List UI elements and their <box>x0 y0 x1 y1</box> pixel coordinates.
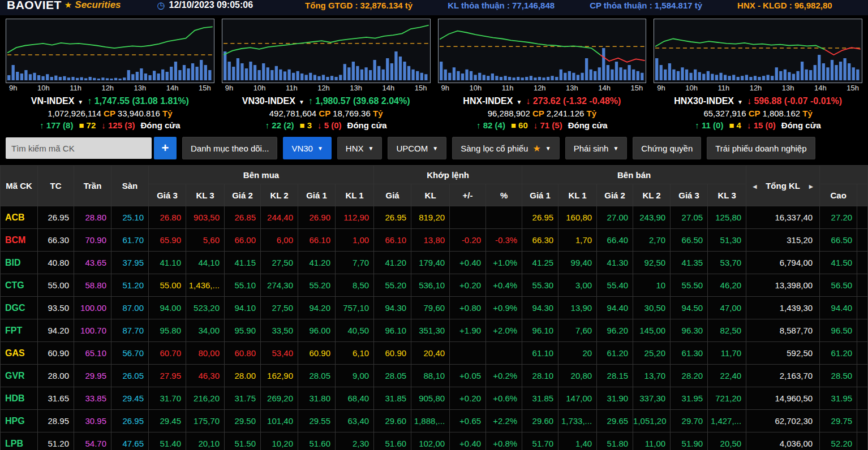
buy-price-3[interactable]: 65.90 <box>149 229 186 252</box>
buy-volume-3[interactable]: 34,00 <box>186 319 225 342</box>
sell-volume-2[interactable]: 11,00 <box>633 432 671 450</box>
buy-volume-1[interactable]: 2,30 <box>336 432 374 450</box>
sell-price-3[interactable]: 94.50 <box>671 297 708 319</box>
sell-volume-3[interactable]: 46,20 <box>708 274 746 297</box>
stock-code[interactable]: HDB <box>1 387 38 410</box>
toolbar-button-chung-quyen[interactable]: Chứng quyền <box>633 137 701 159</box>
tc-price[interactable]: 28.00 <box>38 365 74 387</box>
buy-price-3[interactable]: 31.70 <box>149 387 186 410</box>
stock-code[interactable]: BCM <box>1 229 38 252</box>
sell-price-2[interactable]: 66.40 <box>597 229 633 252</box>
match-percent[interactable]: -0.3% <box>486 229 522 252</box>
stock-code[interactable]: ACB <box>1 206 38 229</box>
tc-price[interactable]: 40.80 <box>38 252 74 274</box>
sell-volume-3[interactable]: 125,80 <box>708 206 746 229</box>
ceiling-price[interactable]: 54.70 <box>74 432 111 450</box>
sell-price-3[interactable]: 96.30 <box>671 319 708 342</box>
toolbar-button-danh-muc-theo-doi[interactable]: Danh mục theo dõi... <box>182 137 277 159</box>
sell-price-1[interactable]: 28.10 <box>522 365 558 387</box>
buy-price-1[interactable]: 96.00 <box>298 319 336 342</box>
buy-price-1[interactable]: 51.60 <box>298 432 336 450</box>
stock-code[interactable]: GAS <box>1 342 38 365</box>
match-price[interactable]: 26.95 <box>374 206 411 229</box>
buy-price-2[interactable]: 26.85 <box>225 206 261 229</box>
index-name[interactable]: HNX-INDEX <box>463 96 513 106</box>
buy-volume-3[interactable]: 80,00 <box>186 342 225 365</box>
match-change[interactable]: +0.80 <box>450 297 486 319</box>
sell-volume-1[interactable]: 99,40 <box>558 252 597 274</box>
sell-volume-3[interactable]: 11,70 <box>708 342 746 365</box>
match-percent[interactable] <box>486 206 522 229</box>
match-price[interactable]: 41.20 <box>374 252 411 274</box>
stock-code[interactable]: HPG <box>1 410 38 432</box>
buy-price-1[interactable]: 55.20 <box>298 274 336 297</box>
floor-price[interactable]: 47.65 <box>111 432 149 450</box>
sell-price-3[interactable]: 31.95 <box>671 387 708 410</box>
sell-price-3[interactable]: 27.05 <box>671 206 708 229</box>
ceiling-price[interactable]: 28.80 <box>74 206 111 229</box>
chevron-down-icon[interactable]: ▼ <box>78 99 83 105</box>
match-change[interactable] <box>450 342 486 365</box>
buy-volume-1[interactable]: 63,40 <box>336 410 374 432</box>
sell-volume-2[interactable]: 30,50 <box>633 297 671 319</box>
sell-price-1[interactable]: 55.30 <box>522 274 558 297</box>
buy-price-3[interactable]: 95.80 <box>149 319 186 342</box>
buy-volume-2[interactable]: 274,30 <box>261 274 298 297</box>
sell-price-2[interactable]: 94.40 <box>597 297 633 319</box>
buy-price-1[interactable]: 94.20 <box>298 297 336 319</box>
buy-price-3[interactable]: 51.40 <box>149 432 186 450</box>
ceiling-price[interactable]: 100.00 <box>74 297 111 319</box>
stock-code[interactable]: BID <box>1 252 38 274</box>
sell-volume-3[interactable]: 22,40 <box>708 365 746 387</box>
buy-volume-1[interactable]: 1,00 <box>336 229 374 252</box>
match-price[interactable]: 28.05 <box>374 365 411 387</box>
stock-code[interactable]: FPT <box>1 319 38 342</box>
tc-price[interactable]: 51.20 <box>38 432 74 450</box>
toolbar-button-vn30[interactable]: VN30▼ <box>283 137 331 159</box>
match-volume[interactable]: 20,40 <box>411 342 450 365</box>
match-change[interactable]: +0.40 <box>450 432 486 450</box>
sell-price-1[interactable]: 66.30 <box>522 229 558 252</box>
chevron-down-icon[interactable]: ▼ <box>299 99 304 105</box>
buy-price-2[interactable]: 28.00 <box>225 365 261 387</box>
match-volume[interactable]: 88,10 <box>411 365 450 387</box>
match-change[interactable]: +0.20 <box>450 387 486 410</box>
buy-volume-2[interactable]: 27,50 <box>261 297 298 319</box>
sell-price-2[interactable]: 96.20 <box>597 319 633 342</box>
floor-price[interactable]: 26.05 <box>111 365 149 387</box>
toolbar-button-sang-loc-co-phieu[interactable]: Sàng lọc cổ phiếu★▼ <box>452 137 560 159</box>
buy-price-2[interactable]: 60.80 <box>225 342 261 365</box>
buy-volume-2[interactable]: 101,40 <box>261 410 298 432</box>
ceiling-price[interactable]: 30.95 <box>74 410 111 432</box>
sell-volume-1[interactable]: 3,00 <box>558 274 597 297</box>
buy-volume-3[interactable]: 216,20 <box>186 387 225 410</box>
sell-volume-2[interactable]: 25,20 <box>633 342 671 365</box>
match-volume[interactable]: 819,20 <box>411 206 450 229</box>
sell-price-3[interactable]: 29.70 <box>671 410 708 432</box>
buy-price-2[interactable]: 51.50 <box>225 432 261 450</box>
match-price[interactable]: 96.10 <box>374 319 411 342</box>
buy-price-2[interactable]: 95.90 <box>225 319 261 342</box>
sell-volume-3[interactable]: 53,70 <box>708 252 746 274</box>
match-price[interactable]: 29.60 <box>374 410 411 432</box>
tc-price[interactable]: 94.20 <box>38 319 74 342</box>
buy-price-3[interactable]: 55.00 <box>149 274 186 297</box>
sell-price-2[interactable]: 51.80 <box>597 432 633 450</box>
sell-volume-3[interactable]: 20,50 <box>708 432 746 450</box>
buy-price-3[interactable]: 29.45 <box>149 410 186 432</box>
floor-price[interactable]: 87.00 <box>111 297 149 319</box>
toolbar-button-trai-phieu-doanh-nghiep[interactable]: Trái phiếu doanh nghiệp <box>707 137 815 159</box>
sell-volume-1[interactable]: 20,80 <box>558 365 597 387</box>
scroll-left-icon[interactable]: ◂ <box>753 182 757 191</box>
buy-volume-1[interactable]: 8,50 <box>336 274 374 297</box>
ceiling-price[interactable]: 70.90 <box>74 229 111 252</box>
buy-volume-1[interactable]: 112,90 <box>336 206 374 229</box>
buy-price-3[interactable]: 27.95 <box>149 365 186 387</box>
buy-volume-2[interactable]: 53,40 <box>261 342 298 365</box>
sell-price-2[interactable]: 28.15 <box>597 365 633 387</box>
buy-volume-2[interactable]: 162,90 <box>261 365 298 387</box>
sell-volume-1[interactable]: 1,70 <box>558 229 597 252</box>
buy-price-3[interactable]: 26.80 <box>149 206 186 229</box>
chevron-down-icon[interactable]: ▼ <box>737 99 743 105</box>
match-price[interactable]: 66.10 <box>374 229 411 252</box>
